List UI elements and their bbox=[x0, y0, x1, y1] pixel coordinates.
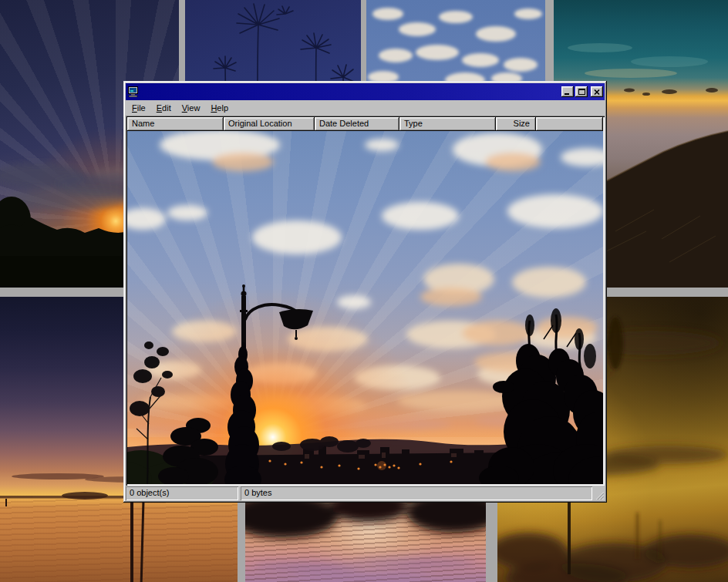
close-button[interactable] bbox=[591, 86, 603, 97]
menu-help[interactable]: Help bbox=[205, 102, 234, 115]
maximize-icon bbox=[578, 89, 585, 95]
right-tree-silhouette bbox=[479, 308, 603, 484]
minimize-icon bbox=[565, 89, 571, 95]
column-header-size[interactable]: Size bbox=[496, 117, 536, 131]
cypress-silhouette bbox=[224, 342, 261, 484]
column-header-name[interactable]: Name bbox=[127, 117, 224, 131]
menu-view[interactable]: View bbox=[177, 102, 206, 115]
menu-bar: File Edit View Help bbox=[126, 100, 605, 116]
silhouette-layer bbox=[127, 131, 603, 484]
column-header-filler bbox=[536, 117, 603, 131]
recycle-bin-window: File Edit View Help Name Original Locati… bbox=[123, 81, 607, 503]
list-client-area[interactable] bbox=[127, 131, 603, 484]
minimize-button[interactable] bbox=[561, 86, 574, 97]
menu-edit[interactable]: Edit bbox=[151, 102, 177, 115]
menu-file[interactable]: File bbox=[126, 102, 151, 115]
window-titlebar[interactable] bbox=[126, 83, 605, 100]
close-icon bbox=[594, 89, 600, 95]
column-header-type[interactable]: Type bbox=[399, 117, 496, 131]
desktop: File Edit View Help Name Original Locati… bbox=[0, 0, 728, 582]
maximize-button[interactable] bbox=[575, 86, 588, 97]
bush-silhouette bbox=[158, 418, 218, 484]
computer-icon bbox=[128, 86, 139, 97]
column-header-row: Name Original Location Date Deleted Type… bbox=[127, 117, 603, 131]
street-lamp-silhouette bbox=[240, 284, 313, 373]
status-bar: 0 object(s) 0 bytes bbox=[126, 486, 605, 500]
column-header-date-deleted[interactable]: Date Deleted bbox=[315, 117, 399, 131]
status-size: 0 bytes bbox=[241, 486, 592, 500]
file-list-view: Name Original Location Date Deleted Type… bbox=[126, 116, 605, 486]
column-header-original-location[interactable]: Original Location bbox=[224, 117, 315, 131]
status-objects: 0 object(s) bbox=[126, 486, 238, 500]
resize-grip[interactable] bbox=[594, 489, 604, 500]
